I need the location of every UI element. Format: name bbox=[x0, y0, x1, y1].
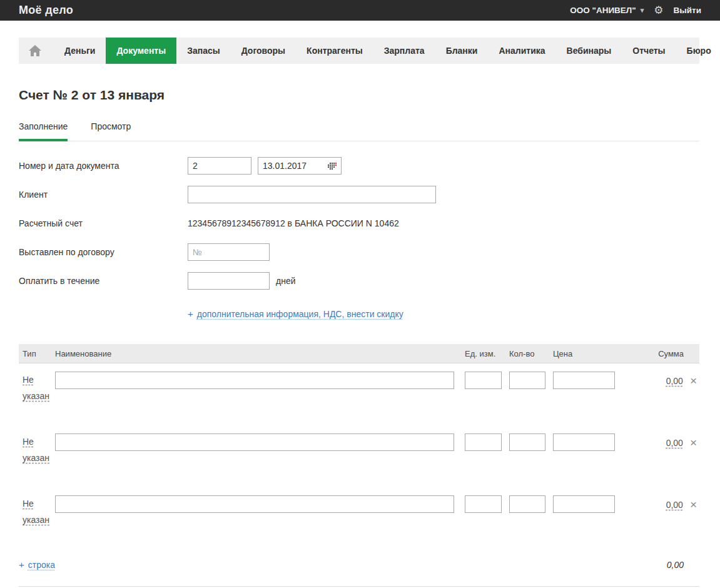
row-qty-input[interactable] bbox=[509, 372, 545, 389]
contract-label: Выставлен по договору bbox=[19, 247, 188, 257]
logout-button[interactable]: Выйти bbox=[674, 6, 702, 15]
chevron-down-icon: ▾ bbox=[641, 6, 644, 14]
row-unit-input[interactable] bbox=[465, 433, 502, 451]
payment-days-input[interactable] bbox=[188, 272, 270, 290]
row-price-input[interactable] bbox=[553, 495, 615, 513]
nav-item-counterparties[interactable]: Контрагенты bbox=[296, 38, 373, 64]
row-price-input[interactable] bbox=[553, 372, 615, 389]
header-qty: Кол-во bbox=[506, 349, 550, 358]
nav-home-button[interactable] bbox=[19, 38, 54, 64]
payment-days-suffix: дней bbox=[276, 276, 296, 286]
document-date-field bbox=[258, 157, 342, 175]
topbar: Моё дело ООО "АНИВЕЛ" ▾ ⚙ Выйти bbox=[0, 0, 720, 21]
row-price-input[interactable] bbox=[553, 433, 615, 451]
footer-divider bbox=[19, 586, 699, 587]
row-sum-link[interactable]: 0,00 bbox=[666, 500, 683, 510]
client-label: Клиент bbox=[19, 190, 188, 200]
company-name: ООО "АНИВЕЛ" bbox=[570, 6, 636, 15]
extra-options-row: + дополнительная информация, НДС, внести… bbox=[188, 308, 701, 319]
client-row: Клиент bbox=[19, 186, 701, 203]
nav-item-analytics[interactable]: Аналитика bbox=[488, 38, 555, 64]
delete-row-icon[interactable]: × bbox=[690, 437, 697, 449]
contract-number-input[interactable] bbox=[188, 243, 270, 261]
nav-item-money[interactable]: Деньги bbox=[54, 38, 106, 64]
payment-term-label: Оплатить в течение bbox=[19, 276, 188, 286]
items-table-header: Тип Наименование Ед. изм. Кол-во Цена Су… bbox=[19, 344, 699, 363]
table-row: Не указан 0,00 × bbox=[19, 487, 699, 549]
row-type-link[interactable]: Не указан bbox=[23, 375, 49, 401]
app-logo: Моё дело bbox=[19, 4, 73, 17]
row-name-input[interactable] bbox=[55, 433, 454, 451]
payment-term-row: Оплатить в течение дней bbox=[19, 272, 701, 290]
header-price: Цена bbox=[550, 349, 616, 358]
document-date-input[interactable] bbox=[263, 158, 328, 173]
extra-options-link[interactable]: дополнительная информация, НДС, внести с… bbox=[197, 309, 403, 319]
row-qty-input[interactable] bbox=[509, 495, 545, 513]
row-name-input[interactable] bbox=[55, 495, 454, 513]
items-table: Тип Наименование Ед. изм. Кол-во Цена Су… bbox=[19, 344, 699, 570]
document-tabs: Заполнение Просмотр bbox=[19, 121, 699, 141]
tab-preview[interactable]: Просмотр bbox=[91, 121, 131, 141]
row-sum-link[interactable]: 0,00 bbox=[666, 376, 683, 386]
number-date-row: Номер и дата документа bbox=[19, 157, 701, 175]
row-unit-input[interactable] bbox=[465, 495, 502, 513]
row-unit-input[interactable] bbox=[465, 372, 502, 389]
table-row: Не указан 0,00 × bbox=[19, 425, 699, 487]
delete-row-icon[interactable]: × bbox=[690, 375, 697, 387]
nav-item-salary[interactable]: Зарплата bbox=[373, 38, 435, 64]
plus-icon: + bbox=[19, 559, 24, 570]
company-switcher[interactable]: ООО "АНИВЕЛ" ▾ bbox=[570, 6, 644, 15]
row-sum-link[interactable]: 0,00 bbox=[666, 438, 683, 448]
invoice-form: Номер и дата документа Клиент Расчетный … bbox=[19, 157, 701, 319]
client-input[interactable] bbox=[188, 186, 436, 203]
document-number-input[interactable] bbox=[188, 157, 251, 175]
calendar-icon[interactable] bbox=[328, 163, 337, 170]
header-name: Наименование bbox=[55, 349, 462, 358]
topbar-right: ООО "АНИВЕЛ" ▾ ⚙ Выйти bbox=[570, 5, 701, 16]
row-type-link[interactable]: Не указан bbox=[23, 437, 49, 463]
nav-item-bureau[interactable]: Бюро bbox=[676, 38, 720, 64]
row-type-link[interactable]: Не указан bbox=[23, 499, 49, 525]
contract-row: Выставлен по договору bbox=[19, 243, 701, 261]
delete-row-icon[interactable]: × bbox=[690, 499, 697, 510]
nav-item-reports[interactable]: Отчеты bbox=[622, 38, 676, 64]
row-qty-input[interactable] bbox=[509, 433, 545, 451]
account-label: Расчетный счет bbox=[19, 218, 188, 228]
main-nav: Деньги Документы Запасы Договоры Контраг… bbox=[19, 38, 699, 64]
page-title: Счет № 2 от 13 января bbox=[19, 88, 701, 103]
add-row-line: + строка 0,00 bbox=[19, 559, 699, 570]
header-type: Тип bbox=[19, 349, 55, 358]
account-row: Расчетный счет 12345678912345678912 в БА… bbox=[19, 215, 701, 232]
settings-gear-icon[interactable]: ⚙ bbox=[654, 5, 663, 16]
table-row: Не указан 0,00 × bbox=[19, 363, 699, 425]
nav-item-contracts[interactable]: Договоры bbox=[231, 38, 296, 64]
account-value: 12345678912345678912 в БАНКА РОССИИ N 10… bbox=[188, 218, 399, 228]
header-unit: Ед. изм. bbox=[462, 349, 506, 358]
row-name-input[interactable] bbox=[55, 372, 454, 389]
home-icon bbox=[29, 45, 41, 56]
tab-fill[interactable]: Заполнение bbox=[19, 121, 68, 141]
nav-item-stock[interactable]: Запасы bbox=[176, 38, 231, 64]
items-total: 0,00 bbox=[667, 560, 699, 570]
nav-item-webinars[interactable]: Вебинары bbox=[556, 38, 622, 64]
number-date-label: Номер и дата документа bbox=[19, 161, 188, 171]
plus-icon: + bbox=[188, 308, 193, 319]
add-row-link[interactable]: строка bbox=[28, 560, 55, 570]
nav-item-documents[interactable]: Документы bbox=[106, 38, 176, 64]
nav-item-forms[interactable]: Бланки bbox=[435, 38, 489, 64]
header-sum: Сумма bbox=[616, 349, 699, 358]
